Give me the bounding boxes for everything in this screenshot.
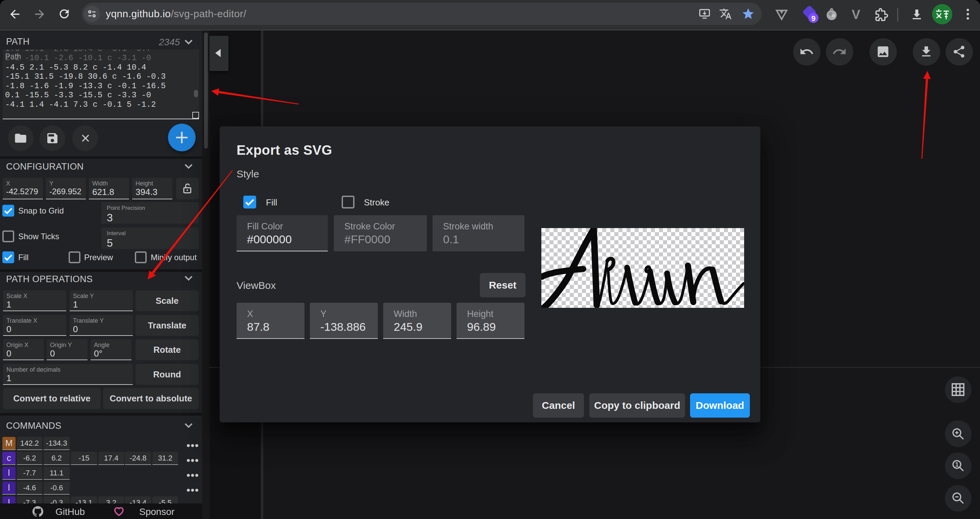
svg-text:1: 1 <box>955 461 958 468</box>
svg-text:9: 9 <box>811 14 815 22</box>
